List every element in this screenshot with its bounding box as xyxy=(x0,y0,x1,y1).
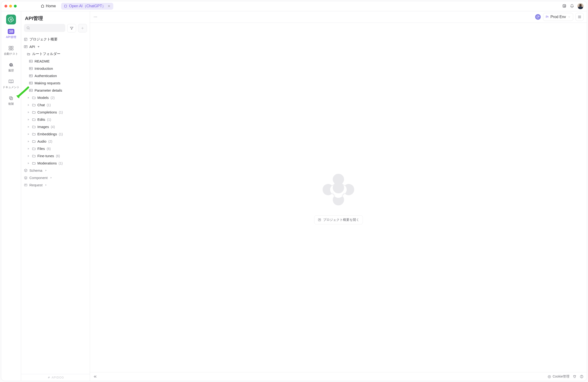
close-icon[interactable]: ✕ xyxy=(108,4,110,8)
rail-item-api[interactable]: API管理 xyxy=(2,28,21,41)
sync-button[interactable] xyxy=(535,14,541,20)
sidebar-item-folder[interactable]: Files (6) xyxy=(22,145,88,152)
folder-icon xyxy=(32,162,36,165)
sidebar-item-label: Moderations xyxy=(37,161,57,165)
sidebar-item-component[interactable]: Component xyxy=(22,174,88,181)
filter-button[interactable] xyxy=(67,24,76,32)
sidebar-item-folder[interactable]: Fine-tunes (6) xyxy=(22,152,88,160)
search-input[interactable] xyxy=(24,24,65,32)
help-icon[interactable] xyxy=(580,375,584,379)
rail-item-docs[interactable]: ドキュメント xyxy=(2,78,21,91)
workspace-footer: Cookie管理 xyxy=(90,372,587,381)
sidebar-item-folder[interactable]: Images (4) xyxy=(22,123,88,130)
window-controls xyxy=(4,5,17,7)
tab-active-openai[interactable]: Open AI（ChatGPT） ✕ xyxy=(61,3,113,10)
sidebar-item-label: Completions xyxy=(37,110,57,114)
plus-icon xyxy=(81,26,84,30)
svg-marker-30 xyxy=(28,162,29,164)
sidebar-item-label: Embeddings xyxy=(37,132,57,136)
svg-point-39 xyxy=(548,375,551,378)
workspace-header: Pr Prod Env xyxy=(90,11,587,23)
sidebar-item-overview[interactable]: プロジェクト概要 xyxy=(22,36,88,43)
svg-marker-24 xyxy=(28,119,29,121)
sidebar-item-count: (1) xyxy=(47,118,51,121)
history-icon xyxy=(8,62,14,68)
tab-home-label: Home xyxy=(46,4,56,8)
sidebar-item-doc[interactable]: Parameter details xyxy=(22,87,88,94)
sidebar-item-doc[interactable]: Authentication xyxy=(22,72,88,80)
environment-select[interactable]: Pr Prod Env xyxy=(543,13,573,21)
sidebar-item-folder[interactable]: Embeddings (1) xyxy=(22,130,88,138)
sidebar-item-count: (2) xyxy=(51,96,55,100)
rail-item-label: API管理 xyxy=(6,35,16,39)
brand-icon xyxy=(47,376,50,379)
cookie-manager-button[interactable]: Cookie管理 xyxy=(547,375,569,379)
panel-menu-button[interactable] xyxy=(576,13,584,21)
sidebar-item-doc[interactable]: README xyxy=(22,58,88,65)
folder-icon xyxy=(32,140,36,143)
markdown-icon xyxy=(29,67,33,70)
rail-item-history[interactable]: 履歴 xyxy=(2,61,21,75)
sidebar-item-api-root[interactable]: API xyxy=(22,43,88,50)
gear-icon[interactable] xyxy=(562,4,567,8)
rail-item-duplicate[interactable]: 複製 xyxy=(2,94,21,108)
layout-icon xyxy=(24,38,27,41)
svg-marker-23 xyxy=(28,111,29,113)
sidebar-item-doc[interactable]: Making requests xyxy=(22,80,88,87)
folder-icon xyxy=(32,154,36,157)
sidebar-item-folder[interactable]: Chat (1) xyxy=(22,101,88,109)
tab-home[interactable]: Home xyxy=(38,3,58,9)
folder-icon xyxy=(32,125,36,128)
sidebar-item-folder[interactable]: Audio (2) xyxy=(22,138,88,145)
rail-item-label: ドキュメント xyxy=(2,85,20,89)
folder-icon xyxy=(32,133,36,136)
markdown-icon xyxy=(29,89,33,92)
svg-point-40 xyxy=(549,376,549,376)
add-button[interactable] xyxy=(78,24,87,32)
rail-item-autotest[interactable]: 自動テスト xyxy=(2,44,21,58)
api-tag-icon xyxy=(24,45,27,48)
sidebar-item-folder[interactable]: Completions (1) xyxy=(22,109,88,116)
minimize-window-button[interactable] xyxy=(9,5,12,7)
sidebar-item-folder[interactable]: Edits (1) xyxy=(22,116,88,123)
svg-marker-15 xyxy=(38,46,40,47)
sidebar-item-request[interactable]: Request xyxy=(22,181,88,189)
more-icon[interactable] xyxy=(93,15,98,19)
cube-icon xyxy=(24,169,27,172)
sidebar-item-label: Audio xyxy=(37,139,46,143)
env-prefix: Pr xyxy=(546,15,548,19)
svg-point-1 xyxy=(564,6,565,7)
request-icon xyxy=(24,183,27,187)
sidebar-item-label: Schema xyxy=(29,168,42,172)
folder-icon xyxy=(32,96,36,99)
tshirt-icon[interactable] xyxy=(573,375,576,379)
sidebar-item-folder[interactable]: Models (2) xyxy=(22,94,88,101)
bell-icon[interactable] xyxy=(570,4,574,8)
sidebar-item-label: Request xyxy=(29,183,42,187)
sidebar-item-root-folder[interactable]: ルートフォルダー xyxy=(22,50,88,58)
folder-open-icon xyxy=(27,52,30,56)
chevron-right-icon xyxy=(27,141,30,142)
close-window-button[interactable] xyxy=(4,5,7,7)
sidebar-item-folder[interactable]: Moderations (1) xyxy=(22,160,88,167)
app-logo[interactable] xyxy=(6,15,16,24)
maximize-window-button[interactable] xyxy=(14,5,17,7)
refresh-icon xyxy=(536,15,540,19)
svg-rect-7 xyxy=(11,49,13,50)
chevron-right-icon xyxy=(27,155,30,157)
svg-point-37 xyxy=(96,17,97,17)
avatar[interactable] xyxy=(577,3,584,9)
chevron-right-icon xyxy=(27,133,30,135)
sidebar-item-count: (1) xyxy=(59,161,63,165)
svg-marker-29 xyxy=(28,155,29,157)
sidebar-item-schema[interactable]: Schema xyxy=(22,167,88,174)
sidebar-item-count: (2) xyxy=(48,140,52,143)
filter-icon xyxy=(70,26,74,30)
sidebar-item-count: (6) xyxy=(56,154,60,158)
sidebar-item-count: (6) xyxy=(47,147,51,151)
sidebar-item-label: Chat xyxy=(37,103,45,107)
open-overview-button[interactable]: プロジェクト概要を開く xyxy=(314,215,363,224)
svg-marker-21 xyxy=(28,97,29,99)
collapse-sidebar-button[interactable] xyxy=(93,375,97,379)
sidebar-item-doc[interactable]: Introduction xyxy=(22,65,88,72)
